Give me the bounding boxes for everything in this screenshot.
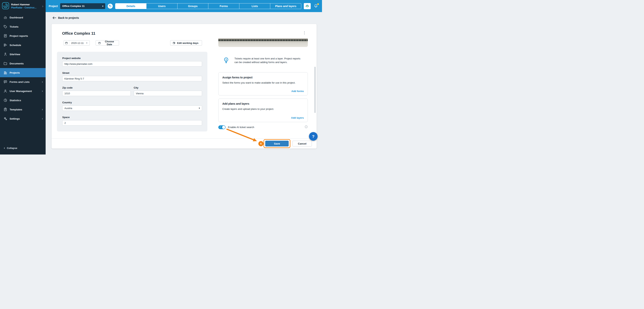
tab-label: Lists: [252, 4, 258, 8]
tab-label: Forms: [220, 4, 228, 8]
sidebar-item-templates[interactable]: Templates ›: [0, 105, 46, 114]
tab-label: Users: [158, 4, 166, 8]
sidebar-item-user-management[interactable]: User Management ›: [0, 86, 46, 96]
sidebar-item-dashboard[interactable]: Dashboard: [0, 13, 46, 22]
help-button[interactable]: ?: [309, 132, 318, 141]
ai-search-toggle[interactable]: ✓: [218, 125, 226, 129]
tab-label: Plans and layers: [275, 4, 296, 8]
ai-search-toggle-row: ✓ Enable AI ticket search: [218, 125, 308, 129]
settings-icon: [4, 117, 7, 120]
lightbulb-icon: [223, 57, 230, 64]
sidebar-item-label: Documents: [10, 62, 24, 65]
sidebar-item-label: User Management: [10, 90, 32, 92]
add-forms-link[interactable]: Add forms: [291, 90, 304, 92]
tickets-tip: Tickets require at least one form and a …: [218, 57, 308, 64]
schedule-icon: [4, 43, 7, 47]
marketplace-icon[interactable]: [304, 3, 311, 9]
chevron-right-icon: ›: [42, 89, 43, 93]
kebab-menu-icon[interactable]: ⋮: [303, 30, 306, 35]
scrollbar-thumb[interactable]: [314, 67, 316, 113]
clear-date-icon[interactable]: ×: [86, 42, 90, 44]
choose-date-button[interactable]: Choose Date: [96, 40, 119, 46]
chevron-right-icon: ›: [42, 4, 43, 8]
tab-users[interactable]: Users: [146, 4, 178, 9]
sidebar-item-projects[interactable]: Projects: [0, 68, 46, 77]
space-input[interactable]: [62, 120, 202, 126]
start-date-value: 2020-12-11: [69, 42, 86, 44]
tab-label: Groups: [188, 4, 198, 8]
tab-details[interactable]: Details: [116, 4, 146, 9]
templates-icon: [4, 108, 7, 111]
user-icon: [4, 89, 7, 93]
zip-input[interactable]: [62, 91, 131, 96]
account-switcher[interactable]: Robert Hammer PlanRadar - Construc... ›: [0, 0, 46, 12]
page-title: Office Complex 11: [62, 31, 95, 36]
project-selector[interactable]: Office Complex 11 ▾: [60, 3, 105, 9]
add-layers-link[interactable]: Add layers: [291, 116, 304, 119]
collapse-button[interactable]: ‹ Collapse: [0, 146, 46, 154]
toggle-knob: [222, 126, 225, 129]
forms-icon: [4, 80, 7, 84]
statistics-icon: [4, 98, 7, 102]
chevron-down-icon: ▾: [102, 5, 103, 8]
app-window: Robert Hammer PlanRadar - Construc... › …: [0, 0, 322, 154]
project-photo: [218, 38, 308, 47]
tab-plans-and-layers[interactable]: Plans and layers: [270, 4, 301, 9]
street-input[interactable]: [62, 76, 202, 81]
country-value: Austria: [64, 107, 199, 110]
info-icon: [304, 125, 308, 129]
cancel-button[interactable]: Cancel: [292, 141, 312, 146]
sidebar-item-label: Tickets: [10, 25, 18, 28]
sidebar-item-schedule[interactable]: Schedule: [0, 40, 46, 50]
back-to-projects-link[interactable]: Back to projects: [52, 16, 79, 19]
start-date-chip: 2020-12-11 ×: [64, 40, 90, 46]
sidebar-item-label: Project reports: [10, 34, 28, 38]
check-icon: ✓: [220, 126, 221, 128]
topbar: Project Office Complex 11 ▾ Details User…: [46, 0, 322, 12]
add-plans-title: Add plans and layers: [222, 102, 304, 105]
city-input[interactable]: [134, 91, 202, 96]
dashboard-icon: [4, 16, 7, 19]
edit-working-days-button[interactable]: Edit working days: [170, 40, 202, 46]
sidebar: Robert Hammer PlanRadar - Construc... › …: [0, 0, 46, 154]
country-select[interactable]: Austria ▾: [62, 106, 202, 111]
add-plans-body: Create layers and upload plans to your p…: [222, 108, 304, 110]
sidebar-item-tickets[interactable]: Tickets: [0, 22, 46, 31]
tab-forms[interactable]: Forms: [208, 4, 240, 9]
calendar-icon[interactable]: [64, 40, 69, 46]
planradar-logo-icon: [2, 2, 9, 10]
website-input[interactable]: [62, 61, 202, 66]
notifications-bell-icon[interactable]: [314, 4, 318, 9]
chevron-right-icon: ›: [42, 108, 43, 111]
sidebar-item-siteview[interactable]: SiteView: [0, 50, 46, 59]
assign-forms-body: Select the forms you want to make availa…: [222, 81, 304, 84]
sidebar-item-forms-and-lists[interactable]: Forms and Lists ›: [0, 77, 46, 86]
back-label: Back to projects: [58, 16, 79, 19]
sidebar-item-project-reports[interactable]: Project reports: [0, 31, 46, 40]
projects-icon: [4, 71, 7, 74]
country-label: Country: [62, 101, 202, 104]
notification-dot: [317, 3, 319, 5]
documents-icon: [4, 62, 7, 65]
chevron-left-icon: ‹: [4, 146, 5, 150]
project-address-panel: Project website Street Zip code City: [57, 52, 208, 132]
tab-lists[interactable]: Lists: [240, 4, 270, 9]
project-details-card: Office Complex 11 ⋮ 2020-12-11 × Choose …: [52, 24, 317, 148]
project-tabs: Details Users Groups Forms Lists Plans a…: [115, 3, 301, 9]
street-label: Street: [62, 72, 202, 74]
topbar-right-icons: [304, 3, 318, 9]
website-label: Project website: [62, 57, 202, 60]
collapse-label: Collapse: [7, 147, 17, 150]
sidebar-item-documents[interactable]: Documents: [0, 59, 46, 68]
choose-date-label: Choose Date: [102, 40, 116, 46]
sidebar-item-settings[interactable]: Settings ›: [0, 114, 46, 123]
sidebar-item-label: Projects: [10, 71, 20, 74]
chevron-down-icon: ▾: [199, 107, 200, 110]
tab-groups[interactable]: Groups: [178, 4, 208, 9]
sidebar-item-statistics[interactable]: Statistics: [0, 96, 46, 105]
save-button[interactable]: Save: [265, 141, 289, 146]
user-name: Robert Hammer: [11, 3, 40, 6]
annotation-step-badge: 6: [258, 141, 264, 146]
tab-label: Details: [126, 4, 135, 8]
tags-icon[interactable]: [108, 4, 113, 9]
